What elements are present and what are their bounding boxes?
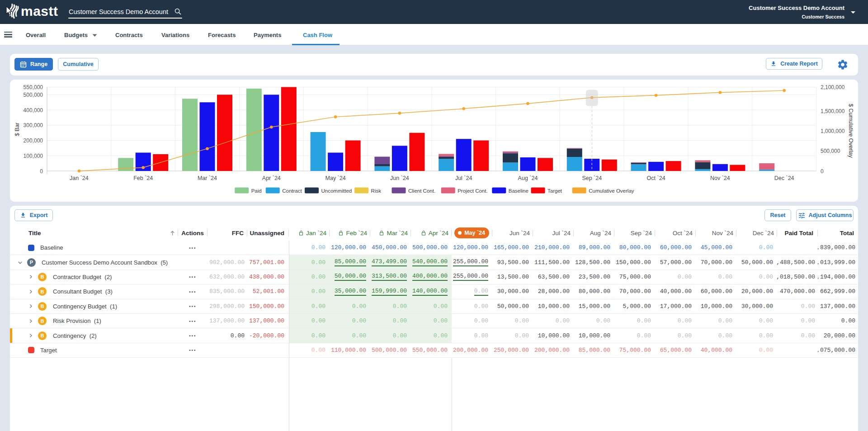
svg-text:Contract: Contract bbox=[282, 188, 302, 194]
svg-text:2,100,000: 2,100,000 bbox=[821, 84, 845, 90]
svg-text:400,000: 400,000 bbox=[24, 107, 43, 114]
svg-text:May `24: May `24 bbox=[326, 175, 346, 181]
svg-text:Sep `24: Sep `24 bbox=[582, 175, 602, 181]
svg-text:Project Cont.: Project Cont. bbox=[458, 188, 487, 194]
svg-text:$ Bar: $ Bar bbox=[14, 123, 20, 136]
svg-text:1,000,000: 1,000,000 bbox=[821, 128, 845, 134]
svg-text:Risk: Risk bbox=[371, 188, 382, 194]
svg-text:Feb `24: Feb `24 bbox=[133, 175, 153, 181]
svg-text:Mar `24: Mar `24 bbox=[198, 175, 217, 181]
svg-text:300,000: 300,000 bbox=[24, 122, 43, 128]
svg-text:$ Cumulative Overlay: $ Cumulative Overlay bbox=[848, 104, 854, 158]
svg-text:Client Cont.: Client Cont. bbox=[408, 188, 435, 194]
svg-text:Oct `24: Oct `24 bbox=[647, 175, 665, 181]
svg-text:1,500,000: 1,500,000 bbox=[821, 108, 845, 114]
svg-text:Jan `24: Jan `24 bbox=[70, 175, 89, 181]
svg-text:0: 0 bbox=[821, 168, 824, 175]
svg-text:500,000: 500,000 bbox=[821, 148, 840, 154]
svg-text:100,000: 100,000 bbox=[24, 153, 43, 159]
svg-text:Jun `24: Jun `24 bbox=[390, 175, 409, 181]
svg-text:Paid: Paid bbox=[251, 188, 262, 194]
svg-text:200,000: 200,000 bbox=[24, 137, 43, 144]
svg-text:Apr `24: Apr `24 bbox=[262, 175, 281, 181]
svg-text:0: 0 bbox=[40, 168, 43, 175]
svg-text:Uncommitted: Uncommitted bbox=[321, 188, 352, 194]
svg-text:Dec `24: Dec `24 bbox=[774, 175, 794, 181]
svg-text:Cumulative Overlay: Cumulative Overlay bbox=[589, 188, 634, 194]
svg-text:500,000: 500,000 bbox=[24, 92, 43, 98]
svg-text:Target: Target bbox=[547, 188, 562, 194]
svg-text:Jul `24: Jul `24 bbox=[455, 175, 472, 181]
svg-text:Aug `24: Aug `24 bbox=[518, 175, 538, 181]
svg-text:550,000: 550,000 bbox=[24, 84, 43, 90]
svg-text:Nov `24: Nov `24 bbox=[710, 175, 730, 181]
svg-text:Baseline: Baseline bbox=[509, 188, 528, 194]
